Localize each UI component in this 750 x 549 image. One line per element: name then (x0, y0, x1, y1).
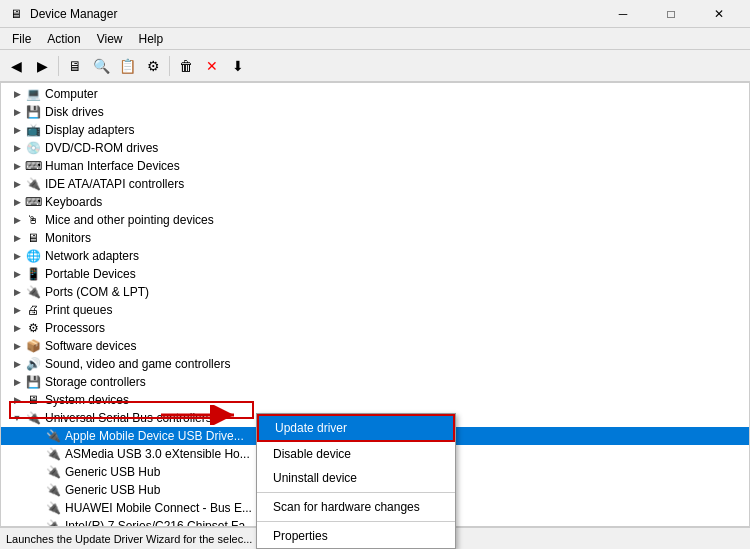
toolbar: ◀ ▶ 🖥 🔍 📋 ⚙ 🗑 ✕ ⬇ (0, 50, 750, 82)
context-menu-properties[interactable]: Properties (257, 524, 455, 548)
tree-expand-icon (29, 482, 45, 498)
tree-expand-icon[interactable]: ▶ (9, 356, 25, 372)
tree-item[interactable]: ▶🖱Mice and other pointing devices (1, 211, 749, 229)
device-icon: 💻 (25, 86, 41, 102)
tree-expand-icon[interactable]: ▶ (9, 176, 25, 192)
tree-expand-icon[interactable]: ▼ (9, 410, 25, 426)
device-icon: 🖥 (25, 392, 41, 408)
device-icon: ⚙ (25, 320, 41, 336)
tree-expand-icon[interactable]: ▶ (9, 392, 25, 408)
device-icon: ⌨ (25, 194, 41, 210)
tree-item-label: Apple Mobile Device USB Drive... (65, 429, 244, 443)
tree-expand-icon[interactable]: ▶ (9, 158, 25, 174)
device-icon: 📺 (25, 122, 41, 138)
forward-button[interactable]: ▶ (30, 54, 54, 78)
tree-item[interactable]: ▶⌨Keyboards (1, 193, 749, 211)
tree-item-label: Human Interface Devices (45, 159, 180, 173)
uninstall-button[interactable]: 🗑 (174, 54, 198, 78)
tree-item[interactable]: ▶🖨Print queues (1, 301, 749, 319)
maximize-button[interactable]: □ (648, 0, 694, 28)
tree-item[interactable]: ▶📺Display adapters (1, 121, 749, 139)
tree-item-label: Keyboards (45, 195, 102, 209)
tree-item-label: Portable Devices (45, 267, 136, 281)
tree-item-label: Network adapters (45, 249, 139, 263)
tree-item[interactable]: ▶💿DVD/CD-ROM drives (1, 139, 749, 157)
device-icon: 🌐 (25, 248, 41, 264)
tree-expand-icon[interactable]: ▶ (9, 248, 25, 264)
scan-button[interactable]: ⬇ (226, 54, 250, 78)
tree-item-label: ASMedia USB 3.0 eXtensible Ho... (65, 447, 250, 461)
tree-item[interactable]: ▶🖥System devices (1, 391, 749, 409)
properties-button[interactable]: 📋 (115, 54, 139, 78)
tree-item[interactable]: ▶⚙Processors (1, 319, 749, 337)
tree-expand-icon (29, 500, 45, 516)
tree-item[interactable]: ▶💾Storage controllers (1, 373, 749, 391)
tree-item-label: Generic USB Hub (65, 483, 160, 497)
device-icon: 🔌 (45, 518, 61, 526)
menu-action[interactable]: Action (39, 30, 88, 48)
window-controls: ─ □ ✕ (600, 0, 742, 28)
context-menu-update-driver[interactable]: Update driver (257, 414, 455, 442)
tree-expand-icon[interactable]: ▶ (9, 212, 25, 228)
tree-expand-icon[interactable]: ▶ (9, 122, 25, 138)
tree-item[interactable]: ▶🔊Sound, video and game controllers (1, 355, 749, 373)
context-menu-sep-2 (257, 521, 455, 522)
tree-item[interactable]: ▶🔌IDE ATA/ATAPI controllers (1, 175, 749, 193)
context-menu: Update driver Disable device Uninstall d… (256, 413, 456, 549)
disable-button[interactable]: ✕ (200, 54, 224, 78)
tree-item-label: HUAWEI Mobile Connect - Bus E... (65, 501, 252, 515)
tree-item[interactable]: ▶💻Computer (1, 85, 749, 103)
back-button[interactable]: ◀ (4, 54, 28, 78)
tree-expand-icon[interactable]: ▶ (9, 86, 25, 102)
tree-item[interactable]: ▶🖥Monitors (1, 229, 749, 247)
tree-expand-icon[interactable]: ▶ (9, 374, 25, 390)
tree-expand-icon[interactable]: ▶ (9, 230, 25, 246)
context-menu-uninstall-device[interactable]: Uninstall device (257, 466, 455, 490)
menu-help[interactable]: Help (131, 30, 172, 48)
device-icon: 🔌 (25, 176, 41, 192)
search-button[interactable]: 🔍 (89, 54, 113, 78)
tree-item-label: Storage controllers (45, 375, 146, 389)
device-icon: 🔌 (25, 410, 41, 426)
computer-button[interactable]: 🖥 (63, 54, 87, 78)
menu-file[interactable]: File (4, 30, 39, 48)
tree-expand-icon[interactable]: ▶ (9, 302, 25, 318)
tree-item[interactable]: ▶📱Portable Devices (1, 265, 749, 283)
tree-item-label: System devices (45, 393, 129, 407)
tree-item[interactable]: ▶📦Software devices (1, 337, 749, 355)
menu-view[interactable]: View (89, 30, 131, 48)
device-icon: 📦 (25, 338, 41, 354)
tree-expand-icon[interactable]: ▶ (9, 266, 25, 282)
menu-bar: File Action View Help (0, 28, 750, 50)
tree-item[interactable]: ▶💾Disk drives (1, 103, 749, 121)
tree-item-label: Software devices (45, 339, 136, 353)
device-icon: 🔌 (25, 284, 41, 300)
close-button[interactable]: ✕ (696, 0, 742, 28)
tree-item[interactable]: ▶🔌Ports (COM & LPT) (1, 283, 749, 301)
device-icon: 💿 (25, 140, 41, 156)
tree-item-label: Sound, video and game controllers (45, 357, 230, 371)
toolbar-separator-2 (169, 56, 170, 76)
context-menu-disable-device[interactable]: Disable device (257, 442, 455, 466)
tree-expand-icon[interactable]: ▶ (9, 320, 25, 336)
tree-item-label: Intel(R) 7 Series/C216 Chipset Fa... (65, 519, 255, 526)
device-icon: 🔌 (45, 482, 61, 498)
tree-expand-icon[interactable]: ▶ (9, 194, 25, 210)
tree-expand-icon[interactable]: ▶ (9, 140, 25, 156)
tree-item-label: Generic USB Hub (65, 465, 160, 479)
tree-item-label: Ports (COM & LPT) (45, 285, 149, 299)
device-icon: 🔌 (45, 446, 61, 462)
tree-item-label: Display adapters (45, 123, 134, 137)
tree-item-label: IDE ATA/ATAPI controllers (45, 177, 184, 191)
context-menu-scan[interactable]: Scan for hardware changes (257, 495, 455, 519)
app-icon: 🖥 (8, 6, 24, 22)
minimize-button[interactable]: ─ (600, 0, 646, 28)
update-driver-button[interactable]: ⚙ (141, 54, 165, 78)
tree-expand-icon[interactable]: ▶ (9, 284, 25, 300)
device-icon: 🖨 (25, 302, 41, 318)
tree-item[interactable]: ▶🌐Network adapters (1, 247, 749, 265)
device-icon: 🖥 (25, 230, 41, 246)
tree-expand-icon[interactable]: ▶ (9, 104, 25, 120)
tree-item[interactable]: ▶⌨Human Interface Devices (1, 157, 749, 175)
tree-expand-icon[interactable]: ▶ (9, 338, 25, 354)
